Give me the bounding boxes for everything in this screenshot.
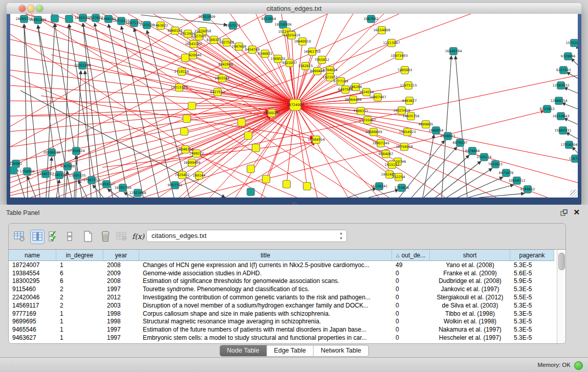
column-header-in_degree[interactable]: in_degree — [56, 250, 103, 261]
graph-node[interactable]: 7463822 — [154, 22, 168, 30]
graph-node[interactable]: 16053809 — [198, 14, 215, 21]
graph-node[interactable] — [283, 181, 291, 188]
table-cell[interactable]: Tibbo et al. (1998) — [430, 310, 510, 317]
table-cell[interactable]: 1997 — [103, 334, 139, 341]
graph-node[interactable]: 10807487 — [369, 94, 386, 101]
graph-node[interactable]: 7485063 — [398, 67, 412, 74]
table-cell[interactable]: Structural magnetic resonance image aver… — [139, 318, 392, 325]
graph-node[interactable] — [51, 15, 59, 23]
graph-node[interactable] — [182, 54, 189, 62]
table-cell[interactable]: 1997 — [103, 326, 139, 333]
table-cell[interactable]: 5.3E-5 — [510, 326, 554, 333]
graph-node[interactable] — [263, 176, 270, 183]
scrollbar-thumb[interactable] — [558, 253, 565, 270]
graph-node[interactable]: 12093832 — [552, 82, 569, 90]
table-cell[interactable]: 1 — [56, 326, 103, 333]
graph-node[interactable]: 12923448 — [129, 189, 146, 197]
table-cell[interactable]: 6 — [56, 270, 103, 277]
graph-node[interactable] — [66, 15, 73, 23]
table-cell[interactable]: 49 — [392, 261, 430, 269]
table-row[interactable]: 946362711997Embryonic stem cells: a mode… — [9, 334, 557, 342]
table-row[interactable]: 946554611997Estimation of the future num… — [9, 325, 557, 334]
table-selector-dropdown[interactable]: citations_edges.txt ▲▼ — [146, 230, 347, 242]
graph-node[interactable]: 10654112 — [508, 177, 525, 185]
table-row[interactable]: 911546021997Tourette syndrome. Phenomeno… — [9, 285, 557, 293]
table-cell[interactable]: 0 — [392, 270, 430, 277]
table-cell[interactable]: 0 — [392, 286, 430, 293]
table-row[interactable]: 977716911998Corpus callosum shape and si… — [9, 310, 557, 318]
table-cell[interactable]: 2003 — [103, 302, 139, 309]
graph-node[interactable]: 15692931 — [554, 127, 571, 135]
table-cell[interactable]: 6 — [56, 277, 103, 285]
table-cell[interactable]: Embryonic stem cells: a model to study s… — [139, 334, 392, 341]
table-cell[interactable]: 0 — [392, 310, 430, 317]
graph-node[interactable]: 16210643 — [552, 113, 569, 120]
tab-edge-table[interactable]: Edge Table — [266, 345, 313, 356]
table-cell[interactable]: 2 — [56, 294, 103, 301]
graph-node[interactable]: 16961758 — [303, 48, 320, 56]
table-cell[interactable]: 2008 — [103, 261, 139, 269]
table-cell[interactable]: Dudbridge et al. (2008) — [430, 277, 510, 285]
table-cell[interactable]: 5.3E-5 — [510, 286, 554, 293]
table-row[interactable]: 1872400712008Changes of HCN gene express… — [9, 261, 557, 269]
table-row[interactable]: 1830029562008Estimation of significance … — [9, 277, 557, 286]
table-cell[interactable]: Estimation of significance thresholds fo… — [139, 277, 392, 285]
table-cell[interactable]: Disruption of a novel member of a sodium… — [139, 302, 392, 309]
graph-node[interactable] — [238, 119, 246, 126]
column-header-title[interactable]: title — [139, 250, 392, 261]
graph-node[interactable]: 16648784 — [445, 48, 462, 55]
graph-node[interactable]: 19218506 — [274, 21, 291, 29]
table-cell[interactable]: 0 — [392, 277, 430, 285]
graph-node[interactable] — [188, 102, 196, 110]
table-cell[interactable]: 1 — [56, 261, 103, 269]
table-cell[interactable]: 5.3E-5 — [510, 302, 554, 309]
graph-node[interactable]: 8813054 — [262, 15, 276, 23]
table-cell[interactable]: Yano et al. (2008) — [430, 261, 510, 269]
table-cell[interactable]: 5.9E-5 — [510, 277, 554, 285]
table-cell[interactable]: Tourette syndrome. Phenomenology and cla… — [139, 286, 392, 293]
graph-node[interactable] — [303, 183, 311, 190]
graph-node[interactable] — [245, 132, 252, 140]
table-row[interactable]: 1456911722003Disruption of a novel membe… — [9, 301, 557, 310]
table-cell[interactable]: Franke et al. (2009) — [430, 270, 510, 277]
table-cell[interactable]: 2009 — [103, 270, 139, 277]
column-header-out_de[interactable]: △out_de... — [392, 250, 430, 261]
select-all-columns-icon[interactable] — [47, 230, 60, 243]
table-row[interactable]: 969969511998Structural magnetic resonanc… — [9, 318, 557, 326]
network-canvas-area[interactable]: 2405572420691406106552571527602646616010… — [10, 14, 578, 198]
table-cell[interactable]: 5.3E-5 — [510, 318, 554, 325]
table-cell[interactable]: 0 — [392, 334, 430, 341]
function-builder-icon[interactable]: f(x) — [132, 230, 145, 243]
graph-node[interactable]: 12444154 — [550, 97, 567, 105]
graph-node[interactable]: 15751074 — [565, 39, 578, 47]
column-header-year[interactable]: year — [103, 250, 139, 261]
table-cell[interactable]: Wolkin et al. (1998) — [430, 318, 510, 325]
graph-node[interactable]: 1156869 — [20, 168, 35, 176]
graph-node[interactable]: 6879197 — [453, 139, 468, 147]
canvas-resize-grip[interactable] — [570, 190, 577, 196]
table-cell[interactable]: 5.3E-5 — [510, 261, 554, 269]
table-row[interactable]: 1938455462009Genome-wide association stu… — [9, 269, 557, 277]
table-row[interactable]: 2242004622012Investigating the contribut… — [9, 293, 557, 301]
tab-node-table[interactable]: Node Table — [220, 345, 266, 356]
table-cell[interactable]: de Silva et al. (2003) — [430, 302, 510, 309]
tab-network-table[interactable]: Network Table — [313, 345, 368, 356]
table-cell[interactable]: Changes of HCN gene expression and I(f) … — [139, 261, 392, 269]
table-cell[interactable]: 0 — [392, 326, 430, 333]
delete-columns-icon[interactable] — [99, 230, 112, 243]
table-cell[interactable]: 1 — [56, 334, 103, 341]
table-cell[interactable]: Jankovic et al. (1997) — [430, 286, 510, 293]
table-mode-icon[interactable] — [13, 230, 26, 243]
graph-node[interactable]: 9463627 — [402, 97, 417, 105]
graph-node[interactable]: 9699695 — [419, 121, 433, 128]
column-header-pagerank[interactable]: pagerank — [510, 250, 554, 261]
new-column-icon[interactable] — [81, 230, 95, 243]
table-cell[interactable]: 18300295 — [9, 277, 56, 285]
table-cell[interactable]: Corpus callosum shape and size in male p… — [139, 310, 392, 317]
table-cell[interactable]: 2012 — [103, 294, 139, 301]
graph-node[interactable]: 9857791 — [168, 182, 183, 189]
graph-node[interactable]: 9329966 — [561, 53, 576, 60]
table-cell[interactable]: 18724007 — [9, 261, 56, 269]
graph-node[interactable]: 1640954 — [429, 127, 444, 135]
graph-node[interactable]: 18640910 — [294, 38, 311, 46]
